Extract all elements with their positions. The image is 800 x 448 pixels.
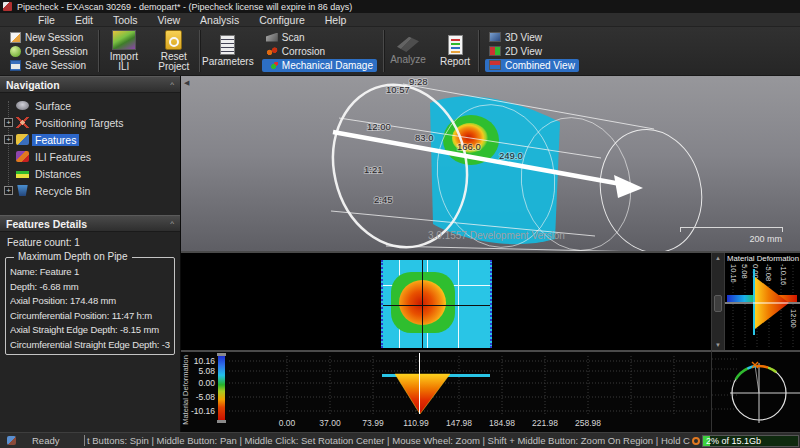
axial-distance-label: 83.0 bbox=[415, 132, 434, 143]
analyze-label: Analyze bbox=[390, 55, 426, 66]
sidebar-item-features[interactable]: +Features bbox=[0, 131, 180, 148]
session-group: New Session Open Session Save Session bbox=[0, 27, 98, 75]
view-2d-label: 2D View bbox=[505, 46, 542, 57]
feature-count: Feature count: 1 bbox=[5, 237, 175, 248]
navigation-header[interactable]: Navigation ^ bbox=[0, 76, 180, 93]
x-tick-label: 184.98 bbox=[489, 418, 515, 428]
expand-icon[interactable]: + bbox=[4, 118, 13, 127]
y-tick-label: 0.00 bbox=[198, 378, 215, 388]
feature-name: Name: Feature 1 bbox=[10, 265, 170, 280]
menu-file[interactable]: File bbox=[28, 14, 65, 26]
save-session-button[interactable]: Save Session bbox=[6, 59, 92, 72]
analyze-icon bbox=[397, 37, 419, 53]
y-tick-label: 10.16 bbox=[194, 356, 216, 366]
features-details-content: Feature count: 1 Maximum Depth on Pipe N… bbox=[0, 232, 180, 432]
view-3d-button[interactable]: 3D View bbox=[485, 31, 579, 44]
reset-project-label: Reset Project bbox=[154, 52, 194, 73]
analyze-button[interactable]: Analyze bbox=[384, 27, 432, 75]
color-scale-bar bbox=[218, 356, 225, 420]
depth-profile-dip bbox=[395, 374, 450, 414]
view-2d-icon bbox=[489, 46, 501, 56]
combined-view-label: Combined View bbox=[505, 60, 575, 71]
positioning-targets-icon bbox=[16, 117, 29, 128]
pipe-3d-scene: 9:28 10:57 12:00 1:21 2:45 83.0 166.0 24… bbox=[181, 76, 800, 251]
surface-icon bbox=[16, 101, 29, 110]
title-bar: Pipecheck - EXAscan 30269 - demopart* - … bbox=[0, 0, 800, 13]
features-details-header[interactable]: Features Details ^ bbox=[0, 215, 180, 232]
distances-label: Distances bbox=[32, 168, 84, 180]
open-session-button[interactable]: Open Session bbox=[6, 45, 92, 58]
feature-circumferential-position: Circumferential Position: 11:47 h:m bbox=[10, 309, 170, 324]
zero-level-segment bbox=[443, 374, 490, 377]
circumferential-profile-panel[interactable]: Material Deformation 10.16 5.08 0.00 -5.… bbox=[724, 253, 800, 350]
menu-tools[interactable]: Tools bbox=[103, 14, 148, 26]
new-session-icon bbox=[10, 32, 21, 43]
reset-project-button[interactable]: Reset Project bbox=[149, 27, 199, 75]
clock-position-canvas bbox=[712, 352, 800, 432]
scan-button[interactable]: Scan bbox=[262, 31, 377, 44]
clock-position-label: 9:28 bbox=[409, 76, 428, 87]
axial-profile-chart[interactable]: Material Deformation 10.16 5.08 0.00 -5.… bbox=[181, 350, 711, 432]
sidebar-item-distances[interactable]: Distances bbox=[0, 165, 180, 182]
y-tick-label: -10.16 bbox=[191, 406, 215, 416]
new-session-button[interactable]: New Session bbox=[6, 31, 92, 44]
expand-icon[interactable]: + bbox=[4, 135, 13, 144]
x-tick-label: 258.98 bbox=[575, 418, 601, 428]
menu-help[interactable]: Help bbox=[315, 14, 357, 26]
damage-mode-group: Scan Corrosion Mechanical Damage bbox=[256, 27, 383, 75]
positioning-targets-label: Positioning Targets bbox=[32, 117, 127, 129]
viewport-3d[interactable]: ◀ 9:28 10:57 12:00 1:21 bbox=[181, 76, 800, 251]
sidebar-item-surface[interactable]: Surface bbox=[0, 97, 180, 114]
combined-view-button[interactable]: Combined View bbox=[485, 59, 579, 72]
corrosion-icon bbox=[266, 47, 278, 56]
scale-tick-label: 10.16 bbox=[729, 264, 738, 283]
menu-analysis[interactable]: Analysis bbox=[190, 14, 249, 26]
clock-position-label: 12:00 bbox=[367, 121, 391, 132]
feature-depth: Depth: -6.68 mm bbox=[10, 280, 170, 295]
menu-configure[interactable]: Configure bbox=[249, 14, 315, 26]
corrosion-button[interactable]: Corrosion bbox=[262, 45, 377, 58]
menu-view[interactable]: View bbox=[148, 14, 191, 26]
max-depth-groupbox: Maximum Depth on Pipe Name: Feature 1 De… bbox=[5, 257, 175, 355]
sidebar-item-ili-features[interactable]: ILI Features bbox=[0, 148, 180, 165]
import-ili-button[interactable]: Import ILI bbox=[99, 27, 149, 75]
sidebar-item-positioning-targets[interactable]: +Positioning Targets bbox=[0, 114, 180, 131]
expand-icon[interactable]: + bbox=[4, 186, 13, 195]
view-2d-button[interactable]: 2D View bbox=[485, 45, 579, 58]
report-button[interactable]: Report bbox=[432, 27, 478, 75]
scroll-up-icon[interactable]: ▲ bbox=[712, 255, 724, 261]
clock-position-label: 1:21 bbox=[364, 164, 383, 175]
scan-region bbox=[381, 260, 492, 348]
y-axis-label: Material Deformation bbox=[181, 355, 190, 425]
report-icon bbox=[448, 35, 463, 55]
scale-tick-label: 0.00 bbox=[751, 264, 760, 279]
menu-edit[interactable]: Edit bbox=[65, 14, 103, 26]
y-tick-label: -5.08 bbox=[196, 392, 216, 402]
sidebar-item-recycle-bin[interactable]: +Recycle Bin bbox=[0, 182, 180, 199]
app-icon bbox=[3, 2, 12, 11]
vertical-scrollbar[interactable]: ▲ ▼ bbox=[711, 253, 724, 350]
status-ready: Ready bbox=[32, 435, 84, 446]
axial-profile-canvas: Material Deformation 10.16 5.08 0.00 -5.… bbox=[181, 352, 711, 432]
deformation-heatmap[interactable] bbox=[181, 253, 711, 350]
ili-features-icon bbox=[16, 151, 29, 162]
sidebar: Navigation ^ Surface +Positioning Target… bbox=[0, 76, 181, 432]
scroll-down-icon[interactable]: ▼ bbox=[712, 342, 724, 348]
sidebar-collapse-icon[interactable]: ◀ bbox=[184, 79, 189, 87]
scale-label: 200 mm bbox=[749, 234, 782, 244]
clock-position-panel[interactable] bbox=[711, 350, 800, 432]
mouse-hints: t Buttons: Spin | Middle Button: Pan | M… bbox=[84, 435, 690, 446]
scan-label: Scan bbox=[282, 32, 305, 43]
collapse-chevron-icon[interactable]: ^ bbox=[170, 80, 174, 89]
scrollbar-thumb[interactable] bbox=[714, 295, 722, 312]
parameters-button[interactable]: Parameters bbox=[200, 27, 256, 75]
zero-reference-line bbox=[753, 269, 755, 335]
deformation-panel-title: Material Deformation bbox=[727, 254, 799, 263]
features-icon bbox=[16, 134, 29, 145]
save-session-icon bbox=[10, 60, 21, 71]
mechanical-damage-label: Mechanical Damage bbox=[282, 60, 373, 71]
menu-bar: File Edit Tools View Analysis Configure … bbox=[0, 13, 800, 27]
navigation-tree: Surface +Positioning Targets +Features I… bbox=[0, 93, 180, 215]
collapse-chevron-icon[interactable]: ^ bbox=[170, 219, 174, 228]
mechanical-damage-button[interactable]: Mechanical Damage bbox=[262, 59, 377, 72]
